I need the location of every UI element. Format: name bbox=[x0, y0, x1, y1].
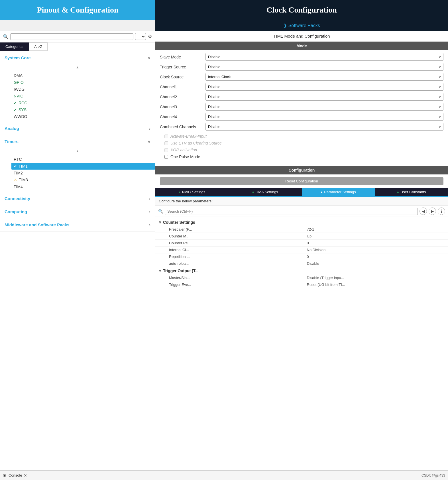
combined-channels-select[interactable]: Disable bbox=[205, 123, 443, 131]
tim1-check-icon: ✔ bbox=[14, 164, 17, 168]
mode-content: Slave Mode Disable Trigger Source Disabl… bbox=[155, 50, 448, 163]
nav-item-wwdg[interactable]: WWDG bbox=[11, 113, 155, 120]
nav-item-tim1[interactable]: ✔ TIM1 bbox=[11, 163, 155, 170]
info-button[interactable]: ℹ bbox=[438, 208, 445, 215]
middleware-title: Middleware and Software Packs bbox=[5, 222, 70, 227]
software-packs-bar[interactable]: ❯ Software Packs bbox=[155, 20, 448, 31]
clock-config-title: Clock Configuration bbox=[266, 5, 337, 15]
nav-item-rtc[interactable]: RTC bbox=[11, 156, 155, 163]
computing-arrow: › bbox=[149, 210, 150, 214]
nav-item-rcc[interactable]: ✔ RCC bbox=[11, 99, 155, 106]
main-container: Pinout & Configuration Clock Configurati… bbox=[0, 0, 448, 480]
right-panel: TIM1 Mode and Configuration Mode Slave M… bbox=[155, 31, 448, 470]
nav-item-tim4[interactable]: TIM4 bbox=[11, 183, 155, 190]
gear-icon[interactable]: ⚙ bbox=[148, 33, 152, 40]
params-area: Configure the below parameters : 🔍 ◀ ▶ ℹ… bbox=[155, 197, 448, 470]
nav-item-sys[interactable]: ✔ SYS bbox=[11, 106, 155, 113]
nav-section-header-timers[interactable]: Timers ∨ bbox=[0, 135, 155, 148]
tab-dma-settings[interactable]: ● DMA Settings bbox=[229, 188, 302, 196]
channel1-select[interactable]: Disable bbox=[205, 83, 443, 91]
nav-section-header-system-core[interactable]: System Core ∨ bbox=[0, 51, 155, 64]
param-check-icon: ● bbox=[321, 190, 323, 194]
middleware-arrow: › bbox=[149, 223, 150, 227]
prev-param-button[interactable]: ◀ bbox=[420, 208, 427, 215]
channel2-select[interactable]: Disable bbox=[205, 93, 443, 101]
next-param-button[interactable]: ▶ bbox=[429, 208, 436, 215]
nav-item-iwdg[interactable]: IWDG bbox=[11, 86, 155, 93]
xor-activation-label: XOR activation bbox=[170, 148, 197, 152]
tab-categories[interactable]: Categories bbox=[0, 42, 29, 51]
slave-mode-row: Slave Mode Disable bbox=[160, 53, 443, 61]
nav-section-analog: Analog › bbox=[0, 122, 155, 135]
nav-section-header-analog[interactable]: Analog › bbox=[0, 122, 155, 135]
status-text: CSDft @gsl433 bbox=[421, 473, 445, 477]
nav-list: System Core ∨ ▲ DMA GPIO IWDG bbox=[0, 51, 155, 470]
counter-mode-label: Counter M... bbox=[169, 234, 307, 238]
left-panel: 🔍 ⚙ Categories A->Z bbox=[0, 31, 155, 470]
tree-item-counter-period: Counter Pe... 0 bbox=[155, 240, 448, 247]
slave-mode-label: Slave Mode bbox=[160, 55, 205, 59]
search-input[interactable] bbox=[10, 33, 133, 40]
trigger-output-header[interactable]: ∨ Trigger Output (T... bbox=[155, 267, 448, 274]
params-search-icon: 🔍 bbox=[158, 209, 163, 213]
tab-nvic-settings[interactable]: ● NVIC Settings bbox=[155, 188, 229, 196]
channel2-select-wrapper: Disable bbox=[205, 93, 443, 101]
use-etr-row: Use ETR as Clearing Source bbox=[160, 140, 443, 147]
console-tab[interactable]: Console ✕ bbox=[9, 473, 27, 478]
nav-section-computing: Computing › bbox=[0, 205, 155, 218]
rcc-check-icon: ✔ bbox=[14, 101, 17, 105]
channel4-select-wrapper: Disable bbox=[205, 113, 443, 121]
nav-item-tim2[interactable]: TIM2 bbox=[11, 170, 155, 176]
nav-item-tim3[interactable]: ⚠ TIM3 bbox=[11, 176, 155, 183]
config-header: Configuration bbox=[155, 166, 448, 174]
channel4-select[interactable]: Disable bbox=[205, 113, 443, 121]
search-params-input[interactable] bbox=[165, 208, 418, 215]
nvic-check-icon: ● bbox=[178, 190, 180, 194]
user-constants-label: User Constants bbox=[400, 190, 426, 194]
clock-source-select[interactable]: Internal Clock bbox=[205, 73, 443, 81]
search-dropdown[interactable] bbox=[135, 33, 146, 40]
channel3-select[interactable]: Disable bbox=[205, 103, 443, 111]
one-pulse-row: One Pulse Mode bbox=[160, 153, 443, 160]
search-params-bar: 🔍 ◀ ▶ ℹ bbox=[155, 206, 448, 217]
console-close-icon[interactable]: ✕ bbox=[24, 473, 27, 478]
one-pulse-checkbox[interactable] bbox=[164, 155, 168, 159]
clock-source-select-wrapper: Internal Clock bbox=[205, 73, 443, 81]
top-header: Pinout & Configuration Clock Configurati… bbox=[0, 0, 448, 20]
nav-item-dma[interactable]: DMA bbox=[11, 72, 155, 79]
system-core-items: DMA GPIO IWDG NVIC ✔ RCC bbox=[0, 70, 155, 122]
prescaler-value: 72-1 bbox=[307, 227, 445, 231]
channel1-row: Channel1 Disable bbox=[160, 83, 443, 91]
nav-item-gpio[interactable]: GPIO bbox=[11, 79, 155, 86]
nav-section-system-core: System Core ∨ ▲ DMA GPIO IWDG bbox=[0, 51, 155, 122]
counter-settings-header[interactable]: ∨ Counter Settings bbox=[155, 219, 448, 226]
counter-settings-chevron: ∨ bbox=[159, 220, 161, 224]
channel2-row: Channel2 Disable bbox=[160, 93, 443, 101]
nav-item-nvic[interactable]: NVIC bbox=[11, 93, 155, 99]
channel4-label: Channel4 bbox=[160, 115, 205, 119]
reset-configuration-button[interactable]: Reset Configuration bbox=[160, 177, 443, 185]
nav-section-header-middleware[interactable]: Middleware and Software Packs › bbox=[0, 218, 155, 231]
slave-mode-select[interactable]: Disable bbox=[205, 53, 443, 61]
tree-view: ∨ Counter Settings Prescaler (P... 72-1 … bbox=[155, 217, 448, 290]
tab-user-constants[interactable]: ● User Constants bbox=[375, 188, 448, 196]
combined-channels-label: Combined Channels bbox=[160, 125, 205, 129]
analog-title: Analog bbox=[5, 126, 19, 131]
repetition-value: 0 bbox=[307, 255, 445, 259]
console-icon: ▣ bbox=[3, 473, 6, 477]
trigger-source-select[interactable]: Disable bbox=[205, 63, 443, 71]
sys-check-icon: ✔ bbox=[14, 108, 17, 112]
activate-break-checkbox[interactable] bbox=[164, 135, 168, 138]
nav-tabs-bar: Categories A->Z bbox=[0, 42, 155, 51]
auto-reload-value: Disable bbox=[307, 261, 445, 266]
connectivity-arrow: › bbox=[149, 196, 150, 201]
timers-title: Timers bbox=[5, 139, 19, 144]
nav-section-header-computing[interactable]: Computing › bbox=[0, 205, 155, 218]
tab-atoz[interactable]: A->Z bbox=[29, 42, 48, 51]
use-etr-checkbox[interactable] bbox=[164, 141, 168, 145]
xor-activation-checkbox[interactable] bbox=[164, 148, 168, 152]
channel3-label: Channel3 bbox=[160, 105, 205, 109]
tree-item-internal-clock: Internal Cl... No Division bbox=[155, 247, 448, 253]
tab-parameter-settings[interactable]: ● Parameter Settings bbox=[302, 188, 375, 196]
nav-section-header-connectivity[interactable]: Connectivity › bbox=[0, 192, 155, 205]
